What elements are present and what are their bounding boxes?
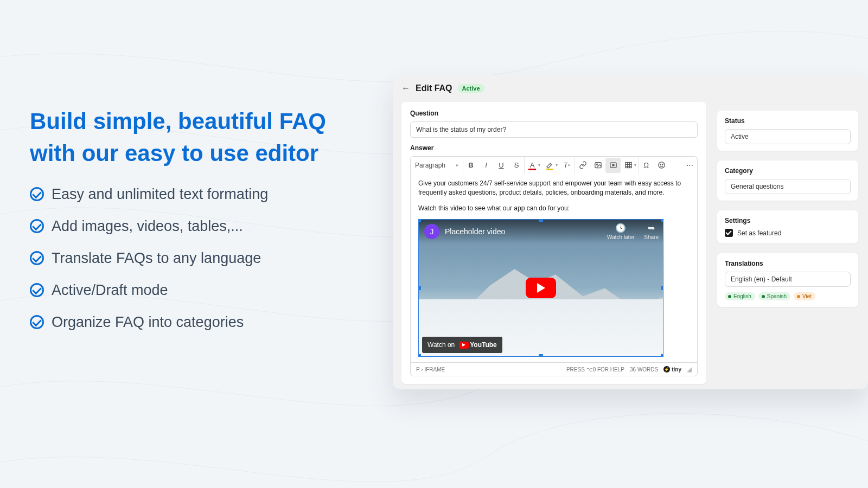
app-editor-window: ← Edit FAQ Active Question Answer Paragr… [393,75,868,389]
default-language-select[interactable]: English (en) - Default [725,272,851,287]
special-char-button[interactable]: Ω [639,158,654,173]
chevron-down-icon: ▾ [456,163,458,168]
question-label: Question [410,110,698,117]
answer-paragraph: Watch this video to see what our app can… [418,204,690,213]
answer-label: Answer [410,144,698,152]
bullet-item: Organize FAQ into categories [30,314,377,331]
link-button[interactable] [575,158,590,173]
editor-toolbar: Paragraph ▾ B I U S A▾ ▾ T× [410,156,698,174]
embedded-video[interactable]: J Placeholder video 🕓Watch later ➥Share … [418,219,663,357]
bullet-item: Add images, videos, tables,... [30,218,377,235]
category-card: Category General questions [717,160,858,201]
italic-button[interactable]: I [478,158,494,173]
translations-title: Translations [725,260,851,267]
language-pill[interactable]: Spanish [758,292,790,300]
strikethrough-button[interactable]: S [509,158,524,173]
status-title: Status [725,117,851,125]
highlight-button[interactable] [542,158,557,173]
svg-point-1 [596,164,598,165]
text-color-button[interactable]: A [525,158,540,173]
marketing-headline: Build simple, beautiful FAQ with our eas… [30,106,377,170]
check-icon [30,187,44,201]
page-header: ← Edit FAQ Active [401,84,706,93]
svg-point-6 [662,164,662,165]
app-main-column: ← Edit FAQ Active Question Answer Paragr… [401,84,706,389]
marketing-bullet-list: Easy and unlimited text formating Add im… [30,186,377,331]
status-card: Status Active [717,111,858,151]
resize-handle-icon[interactable]: ◢ [687,365,692,373]
category-select[interactable]: General questions [725,179,851,194]
editor-statusbar: P › IFRAME PRESS ⌥0 FOR HELP 36 WORDS ⚡t… [410,362,698,376]
settings-card: Settings Set as featured [717,210,858,243]
category-title: Category [725,167,851,175]
check-icon [30,251,44,265]
bullet-item: Easy and unlimited text formating [30,186,377,203]
media-button[interactable] [605,158,621,173]
clear-format-button[interactable]: T× [559,158,575,173]
language-pill[interactable]: Viet [794,292,815,300]
checkbox-icon [725,229,733,237]
clock-icon: 🕓 [607,223,634,233]
back-arrow-icon[interactable]: ← [401,84,410,93]
settings-title: Settings [725,217,851,224]
underline-button[interactable]: U [494,158,509,173]
video-actions: 🕓Watch later ➥Share [607,223,659,240]
language-pills: English Spanish Viet [725,292,851,300]
marketing-panel: Build simple, beautiful FAQ with our eas… [30,106,377,346]
tiny-logo-icon: ⚡tiny [663,366,681,373]
check-icon [30,315,44,329]
language-pill[interactable]: English [725,292,755,300]
editor-content[interactable]: Give your customers 24/7 self-service su… [410,174,698,362]
watch-later-button[interactable]: 🕓Watch later [607,223,634,240]
status-select[interactable]: Active [725,129,851,144]
word-count: 36 WORDS [630,367,658,373]
youtube-logo-icon: YouTube [459,341,497,349]
video-title: Placeholder video [445,227,505,236]
translations-card: Translations English (en) - Default Engl… [717,253,858,307]
svg-point-4 [658,162,664,168]
share-button[interactable]: ➥Share [644,223,659,240]
bullet-item: Translate FAQs to any language [30,250,377,267]
more-button[interactable]: ⋯ [682,158,697,173]
answer-paragraph: Give your customers 24/7 self-service su… [418,179,690,197]
status-badge: Active [458,84,484,93]
element-path[interactable]: P › IFRAME [416,367,445,373]
play-button[interactable] [526,278,556,298]
block-format-select[interactable]: Paragraph ▾ [411,162,463,169]
question-card: Question Answer Paragraph ▾ B I U S [401,102,706,384]
help-hint: PRESS ⌥0 FOR HELP [566,367,624,373]
svg-point-5 [660,164,661,165]
bold-button[interactable]: B [463,158,478,173]
table-button[interactable] [621,158,636,173]
featured-checkbox[interactable]: Set as featured [725,229,851,237]
svg-rect-3 [625,163,631,168]
share-icon: ➥ [644,223,659,233]
page-title: Edit FAQ [416,84,452,93]
watch-on-youtube[interactable]: Watch on YouTube [422,337,502,353]
check-icon [30,219,44,233]
question-input[interactable] [410,121,698,138]
app-side-column: Status Active Category General questions… [717,84,858,389]
channel-avatar[interactable]: J [424,224,439,239]
emoji-button[interactable] [654,158,669,173]
check-icon [30,283,44,297]
image-button[interactable] [590,158,605,173]
bullet-item: Active/Draft mode [30,282,377,299]
